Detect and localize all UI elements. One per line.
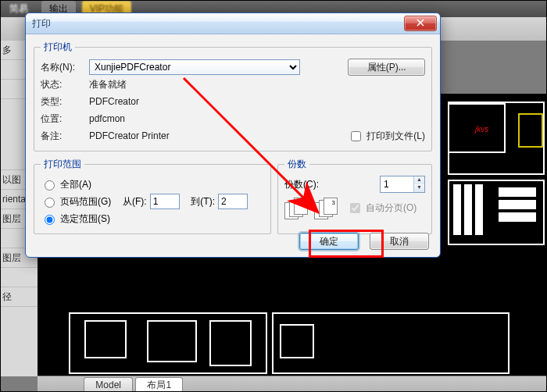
ok-button[interactable]: 确定: [299, 233, 359, 250]
to-input[interactable]: [218, 194, 248, 209]
status-label: 状态:: [41, 78, 84, 91]
type-value: PDFCreator: [89, 96, 343, 107]
range-legend: 打印范围: [41, 158, 84, 171]
tab-layout1[interactable]: 布局1: [135, 377, 183, 392]
collate-checkbox: [350, 203, 360, 213]
radio-pages-row[interactable]: 页码范围(G) 从(F): 到(T):: [41, 193, 264, 210]
radio-all-row[interactable]: 全部(A): [41, 176, 264, 193]
copies-group: 份数 份数(C): ▲▼ 123 123 自动分页(O): [277, 158, 432, 234]
radio-all-label: 全部(A): [60, 178, 91, 191]
radio-all[interactable]: [45, 180, 55, 191]
print-to-file-checkbox[interactable]: [351, 131, 361, 141]
print-to-file-label: 打印到文件(L): [366, 130, 425, 143]
copies-spinner[interactable]: ▲▼: [380, 176, 425, 193]
print-range-group: 打印范围 全部(A) 页码范围(G) 从(F): 到(T):: [34, 158, 271, 234]
radio-selection-row[interactable]: 选定范围(S): [41, 210, 264, 227]
dialog-title: 打印: [32, 17, 51, 30]
status-value: 准备就绪: [89, 78, 343, 91]
dialog-actions: 确定 取消: [299, 233, 429, 250]
collate-illustration: 123 123: [284, 198, 342, 219]
collate-label: 自动分页(O): [366, 201, 417, 215]
printer-legend: 打印机: [41, 41, 75, 54]
printer-select[interactable]: XunjiePDFCreator: [89, 59, 300, 75]
panel-row: [0, 268, 38, 287]
name-label: 名称(N):: [41, 61, 84, 74]
comment-label: 备注:: [41, 130, 84, 143]
close-button[interactable]: [404, 16, 437, 31]
from-input[interactable]: [150, 194, 180, 209]
panel-row: 径: [0, 287, 38, 307]
printer-group: 打印机 名称(N): XunjiePDFCreator 属性(P)... 状态:…: [34, 41, 432, 151]
where-value: pdfcmon: [89, 113, 343, 124]
spinner-arrows[interactable]: ▲▼: [413, 176, 424, 192]
close-icon: [417, 19, 424, 27]
comment-value: PDFCreator Printer: [89, 130, 343, 141]
copies-legend: 份数: [284, 158, 309, 171]
tab-model[interactable]: Model: [84, 377, 133, 392]
copies-input[interactable]: [381, 176, 413, 192]
radio-selection[interactable]: [45, 215, 55, 225]
cancel-button[interactable]: 取消: [370, 233, 429, 250]
print-dialog: 打印 打印机 名称(N): XunjiePDFCreator 属性(P)... …: [25, 12, 441, 258]
collate-row: 自动分页(O): [347, 201, 417, 216]
radio-pages-label: 页码范围(G): [60, 195, 111, 208]
to-label: 到(T):: [191, 195, 215, 208]
dialog-titlebar[interactable]: 打印: [26, 13, 440, 34]
copies-label: 份数(C):: [284, 178, 319, 191]
radio-selection-label: 选定范围(S): [60, 212, 110, 226]
type-label: 类型:: [41, 95, 84, 109]
from-label: 从(F):: [123, 195, 147, 208]
where-label: 位置:: [41, 112, 84, 126]
properties-button[interactable]: 属性(P)...: [348, 59, 425, 76]
radio-pages[interactable]: [45, 198, 55, 208]
model-tabs: Model 布局1: [38, 376, 547, 392]
print-to-file-row[interactable]: 打印到文件(L): [348, 129, 425, 144]
